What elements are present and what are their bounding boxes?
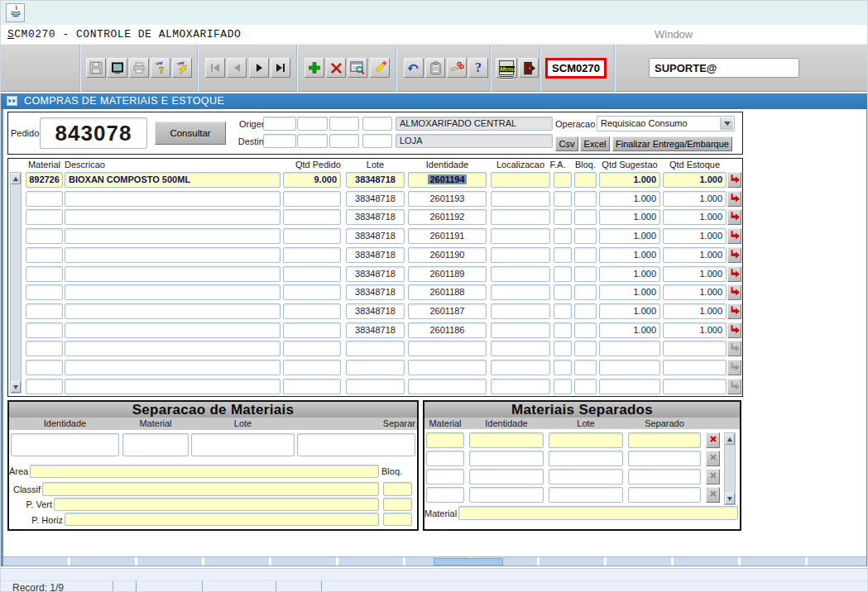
origem-field-2[interactable] bbox=[297, 117, 328, 131]
help-button[interactable]: ? bbox=[468, 58, 488, 78]
cell-qtd-estoque[interactable] bbox=[663, 360, 727, 375]
cell-fa[interactable] bbox=[554, 228, 572, 244]
cell-lote[interactable] bbox=[346, 341, 405, 356]
finalizar-entrega-button[interactable]: Finalizar Entrega/Embarque bbox=[612, 136, 732, 151]
cell-localizacao[interactable] bbox=[491, 266, 550, 282]
cell-identidade[interactable] bbox=[408, 360, 487, 375]
cell-lote[interactable]: 38348718 bbox=[346, 322, 405, 338]
destino-field-3[interactable] bbox=[329, 134, 359, 148]
java-applet-button[interactable] bbox=[6, 3, 25, 22]
separados-cell-identidade[interactable] bbox=[469, 451, 544, 466]
separados-cell-material[interactable] bbox=[426, 487, 464, 503]
cell-bloq[interactable] bbox=[574, 341, 597, 356]
separados-cell-identidade[interactable] bbox=[469, 469, 544, 485]
cell-qtd-sugestao[interactable] bbox=[599, 341, 660, 356]
cell-qtd-pedido[interactable] bbox=[283, 266, 341, 282]
cell-qtd-estoque[interactable] bbox=[663, 341, 727, 356]
cell-identidade[interactable]: 2601190 bbox=[408, 247, 487, 263]
cell-descricao[interactable] bbox=[65, 303, 281, 319]
cell-identidade[interactable]: 2601187 bbox=[408, 303, 487, 319]
scroll-up-button[interactable] bbox=[725, 433, 735, 445]
destino-field-2[interactable] bbox=[297, 134, 328, 148]
menu-item-window[interactable]: Window bbox=[655, 28, 693, 41]
cell-localizacao[interactable] bbox=[491, 341, 550, 356]
cell-qtd-estoque[interactable]: 1.000 bbox=[663, 303, 727, 319]
cell-identidade[interactable]: 2601191 bbox=[408, 228, 487, 244]
classif-bloq-field[interactable] bbox=[383, 482, 412, 496]
separados-cell-separado[interactable] bbox=[628, 432, 701, 448]
separados-cell-lote[interactable] bbox=[549, 469, 623, 485]
cell-qtd-sugestao[interactable]: 1.000 bbox=[599, 247, 660, 263]
cell-qtd-estoque[interactable]: 1.000 bbox=[663, 284, 727, 300]
classif-field[interactable] bbox=[42, 482, 379, 496]
cell-qtd-estoque[interactable]: 1.000 bbox=[663, 191, 727, 207]
pvert-field[interactable] bbox=[54, 498, 379, 511]
transfer-row-button[interactable] bbox=[727, 284, 741, 300]
cell-bloq[interactable] bbox=[574, 284, 597, 300]
cell-qtd-estoque[interactable]: 1.000 bbox=[663, 247, 727, 263]
cell-identidade[interactable]: 2601194 bbox=[408, 172, 487, 188]
destino-field-4[interactable] bbox=[362, 134, 392, 148]
last-record-button[interactable] bbox=[271, 58, 290, 78]
cell-fa[interactable] bbox=[554, 191, 572, 207]
cell-descricao[interactable] bbox=[65, 360, 281, 375]
cell-bloq[interactable] bbox=[574, 191, 597, 207]
cell-qtd-pedido[interactable] bbox=[283, 379, 341, 394]
cell-fa[interactable] bbox=[554, 172, 572, 188]
display-keys-button[interactable] bbox=[447, 58, 467, 78]
enter-query-button[interactable] bbox=[348, 58, 367, 78]
cell-bloq[interactable] bbox=[574, 266, 597, 282]
cell-bloq[interactable] bbox=[574, 379, 597, 394]
cell-qtd-estoque[interactable] bbox=[663, 379, 727, 394]
transfer-row-button[interactable] bbox=[727, 172, 741, 188]
cell-qtd-sugestao[interactable]: 1.000 bbox=[599, 191, 660, 207]
cell-qtd-sugestao[interactable]: 1.000 bbox=[599, 228, 660, 244]
cell-material[interactable] bbox=[26, 191, 63, 207]
cell-material[interactable] bbox=[26, 303, 63, 319]
cell-descricao[interactable]: BIOXAN COMPOSTO 500ML bbox=[65, 172, 281, 188]
separados-material-field[interactable] bbox=[458, 506, 738, 520]
cell-bloq[interactable] bbox=[574, 247, 597, 263]
origem-field-3[interactable] bbox=[329, 117, 359, 131]
cell-descricao[interactable] bbox=[65, 247, 281, 263]
user-field[interactable] bbox=[649, 58, 799, 78]
cell-material[interactable] bbox=[26, 322, 63, 338]
phoriz-bloq-field[interactable] bbox=[383, 513, 412, 526]
horizontal-scrollbar-thumb[interactable] bbox=[434, 558, 503, 566]
cell-descricao[interactable] bbox=[65, 228, 281, 244]
transfer-row-button[interactable] bbox=[727, 303, 741, 319]
cell-localizacao[interactable] bbox=[491, 360, 550, 375]
cell-lote[interactable] bbox=[346, 379, 405, 394]
cell-localizacao[interactable] bbox=[491, 191, 550, 207]
cell-material[interactable]: 892726 bbox=[26, 172, 63, 188]
cell-identidade[interactable]: 2601192 bbox=[408, 209, 487, 225]
separados-cell-lote[interactable] bbox=[549, 487, 623, 503]
transfer-row-button[interactable] bbox=[727, 322, 741, 338]
cell-descricao[interactable] bbox=[65, 322, 281, 338]
scroll-down-button[interactable] bbox=[725, 493, 735, 504]
cell-material[interactable] bbox=[26, 266, 63, 282]
cell-identidade[interactable] bbox=[408, 379, 487, 394]
cell-qtd-sugestao[interactable]: 1.000 bbox=[599, 322, 660, 338]
cell-identidade[interactable]: 2601188 bbox=[408, 284, 487, 300]
insert-record-button[interactable] bbox=[305, 58, 324, 78]
execute-query-button[interactable] bbox=[172, 58, 192, 78]
cell-qtd-sugestao[interactable]: 1.000 bbox=[599, 266, 660, 282]
cell-localizacao[interactable] bbox=[491, 322, 550, 338]
separacao-identidade-input[interactable] bbox=[11, 433, 119, 456]
cell-qtd-sugestao[interactable]: 1.000 bbox=[599, 303, 660, 319]
paste-button[interactable] bbox=[425, 58, 445, 78]
transfer-row-button[interactable] bbox=[727, 191, 741, 207]
undo-button[interactable] bbox=[404, 58, 424, 78]
cell-qtd-estoque[interactable]: 1.000 bbox=[663, 172, 727, 188]
cell-bloq[interactable] bbox=[574, 228, 597, 244]
cell-descricao[interactable] bbox=[65, 209, 281, 225]
origem-field-4[interactable] bbox=[362, 117, 392, 131]
separados-cell-lote[interactable] bbox=[549, 451, 623, 466]
phoriz-field[interactable] bbox=[65, 513, 379, 526]
cell-fa[interactable] bbox=[554, 284, 572, 300]
cell-descricao[interactable] bbox=[65, 341, 281, 356]
cell-qtd-sugestao[interactable]: 1.000 bbox=[599, 284, 660, 300]
cell-qtd-pedido[interactable] bbox=[283, 341, 341, 356]
cell-lote[interactable]: 38348718 bbox=[346, 228, 405, 244]
